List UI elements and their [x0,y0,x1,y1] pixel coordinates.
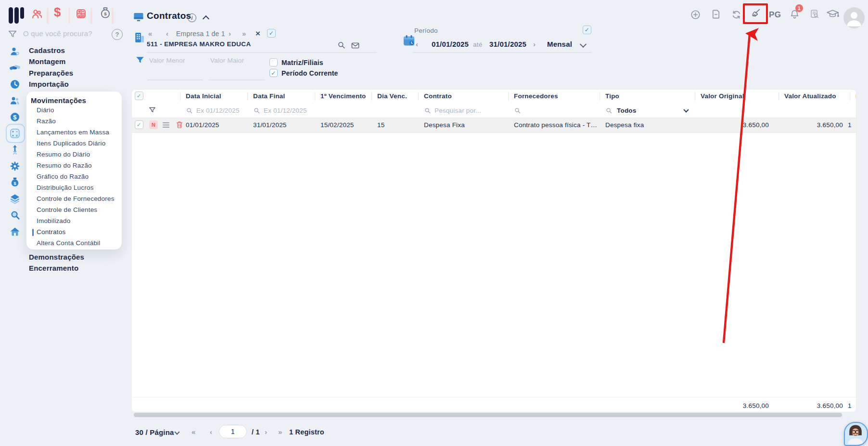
filter-data-final-input[interactable]: Ex 01/12/2025 [264,107,307,114]
company-first-button[interactable]: « [148,30,152,37]
add-button[interactable] [690,9,701,20]
company-name[interactable]: 511 - EMPRESA MAKRO EDUCA [147,40,251,48]
submenu-item-altera-conta-contabil[interactable]: Altera Conta Contábil [37,239,101,247]
app-logo[interactable] [8,6,26,25]
valor-maior-input[interactable] [209,56,266,65]
column-header-tipo[interactable]: Tipo [605,92,619,100]
row-checkbox[interactable]: ✓ [135,120,143,129]
select-all-checkbox[interactable]: ✓ [135,92,143,100]
filter-data-inicial-input[interactable]: Ex 01/12/2025 [196,107,240,114]
shortcut-dollar-button[interactable]: $ [54,6,61,18]
period-prev-button[interactable]: ‹ [416,40,418,48]
column-header-dia-venc[interactable]: Dia Venc. [377,92,407,100]
submenu-item-resumo-do-razao[interactable]: Resumo do Razão [37,162,92,169]
table-row[interactable]: ✓ N 01/01/2025 31/01/2025 15/02/2025 15 … [132,118,856,133]
rail-item-montagem[interactable] [9,62,21,74]
shortcut-users-button[interactable] [31,8,43,20]
period-next-button[interactable]: › [533,40,536,48]
company-clear-button[interactable]: × [255,29,260,38]
shortcut-money-bag-button[interactable]: $ [99,6,112,20]
submenu-item-grafico-do-razao[interactable]: Gráfico do Razão [37,173,89,180]
info-icon[interactable]: i [188,13,196,22]
matriz-filiais-label: Matriz/Filiais [281,59,323,66]
rail-item-movimentacoes[interactable] [9,95,21,106]
report-button[interactable] [711,9,722,20]
company-search-button[interactable] [337,40,346,50]
pagination-next-button[interactable]: › [265,428,267,435]
period-frequency-select[interactable]: Mensal [547,40,572,48]
sidebar-item-cadastros[interactable]: Cadastros [29,46,65,54]
column-header-fornecedores[interactable]: Fornecedores [514,92,558,100]
rail-item-financeiro[interactable]: $ [9,111,21,123]
pagination-first-button[interactable]: « [191,428,195,435]
shortcut-calculator-button[interactable] [75,8,87,20]
company-mail-button[interactable] [351,41,360,50]
matriz-filiais-checkbox[interactable] [269,58,278,66]
sidebar-item-demonstracoes[interactable]: Demonstrações [29,253,84,261]
submenu-title[interactable]: Movimentações [31,96,86,105]
column-header-data-final[interactable]: Data Final [253,92,285,100]
column-header-parcelas[interactable]: Parcelas [855,92,856,100]
user-avatar[interactable] [843,7,865,28]
rail-item-pesquisa[interactable] [10,210,21,221]
table-filter-funnel[interactable] [148,106,156,114]
period-end-date[interactable]: 31/01/2025 [489,40,526,48]
rail-item-preparacoes[interactable] [9,79,21,90]
column-header-valor-original[interactable]: Valor Original [701,92,744,100]
page-size-select[interactable]: 30 / Página [135,428,174,436]
sidebar-item-montagem[interactable]: Montagem [29,57,66,66]
sidebar-search-input[interactable] [22,29,101,38]
periodo-corrente-checkbox[interactable]: ✓ [269,69,278,77]
training-button[interactable] [826,8,839,20]
submenu-item-imobilizado[interactable]: Imobilizado [37,217,71,224]
company-checkbox[interactable]: ✓ [267,29,276,38]
filter-contrato-input[interactable]: Pesquisar por... [434,107,481,114]
submenu-item-lancamentos-em-massa[interactable]: Lançamentos em Massa [37,129,109,136]
company-next-button[interactable]: › [229,30,231,37]
rail-item-cadastros[interactable] [9,46,21,57]
help-button[interactable]: ? [112,29,123,40]
period-frequency-chevron-icon[interactable] [580,41,587,48]
submenu-item-controle-de-clientes[interactable]: Controle de Clientes [37,206,97,213]
support-chat-avatar[interactable] [844,422,868,446]
rail-item-camadas[interactable] [9,193,21,205]
pagination-last-button[interactable]: » [278,428,281,435]
period-checkbox[interactable]: ✓ [583,26,591,34]
sidebar-item-preparacoes[interactable]: Preparações [29,69,73,77]
rail-item-impostos[interactable]: $ [10,176,20,188]
submenu-item-itens-duplicados-diario[interactable]: Itens Duplicados Diário [37,140,105,147]
submenu-item-controle-de-fornecedores[interactable]: Controle de Fornecedores [37,195,115,202]
refresh-button[interactable] [731,9,742,20]
submenu-item-distribuicao-lucros[interactable]: Distribuição Lucros [37,184,94,191]
column-header-primeiro-vencimento[interactable]: 1º Vencimento [320,92,366,100]
rail-item-indices[interactable] [10,144,20,156]
pagination-prev-button[interactable]: ‹ [210,428,212,435]
valor-menor-input[interactable] [148,56,204,65]
submenu-item-diario[interactable]: Diário [37,106,54,114]
submenu-item-contratos[interactable]: Contratos [37,228,65,236]
sidebar-item-importacao[interactable]: Importação [29,80,69,88]
pagination-page-input[interactable] [219,425,247,438]
pg-button[interactable]: PG [769,10,781,20]
submenu-item-resumo-do-diario[interactable]: Resumo do Diário [37,151,90,158]
filter-tipo-select[interactable]: Todos [617,107,637,114]
period-start-date[interactable]: 01/01/2025 [432,40,469,48]
submenu-item-razao[interactable]: Razão [37,118,56,125]
page-size-chevron-icon[interactable] [174,429,179,434]
sidebar-filter-icon-wrap[interactable] [7,29,18,39]
rail-item-calculadora-active[interactable]: + − × = [9,128,21,139]
collapse-chevron-up-icon[interactable] [203,15,209,22]
audit-button[interactable] [809,9,820,19]
company-prev-button[interactable]: ‹ [166,30,168,37]
company-last-button[interactable]: » [242,30,245,37]
horizontal-scrollbar[interactable] [134,413,842,417]
row-delete-button[interactable] [175,120,184,129]
rail-item-configuracoes[interactable] [9,160,21,172]
column-header-valor-atualizado[interactable]: Valor Atualizado [784,92,836,100]
column-header-contrato[interactable]: Contrato [424,92,452,100]
sidebar-item-encerramento[interactable]: Encerramento [29,264,78,272]
tipo-dropdown-chevron-icon[interactable] [683,107,689,112]
column-header-data-inicial[interactable]: Data Inicial [186,92,221,100]
row-menu-icon[interactable] [163,122,169,123]
rail-item-home[interactable] [9,226,21,237]
